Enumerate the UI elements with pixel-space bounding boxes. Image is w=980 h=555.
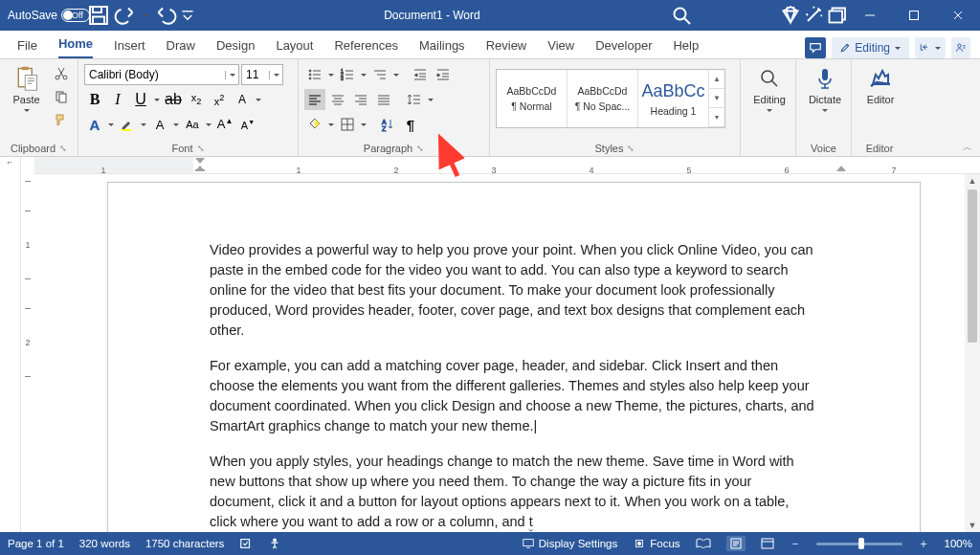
align-right-icon[interactable] — [350, 89, 371, 110]
tab-design[interactable]: Design — [216, 33, 255, 58]
tab-home[interactable]: Home — [58, 31, 93, 58]
horizontal-ruler[interactable]: 1 1 2 3 4 5 6 7 — [34, 157, 980, 174]
paste-button[interactable]: Paste — [6, 63, 47, 113]
multilevel-dropdown[interactable] — [392, 71, 400, 79]
zoom-slider[interactable] — [816, 543, 902, 545]
align-left-icon[interactable] — [304, 89, 325, 110]
status-words[interactable]: 320 words — [79, 538, 130, 549]
tab-view[interactable]: View — [547, 33, 574, 58]
editing-mode-button[interactable]: Editing — [832, 37, 909, 58]
read-mode-icon[interactable] — [696, 538, 711, 549]
tab-file[interactable]: File — [17, 33, 37, 58]
spelling-squiggle[interactable]: t — [529, 514, 533, 529]
accessibility-check-icon[interactable] — [268, 537, 281, 550]
paragraph-1[interactable]: Video provides a powerful way to help yo… — [210, 240, 818, 341]
editing-dropdown-button[interactable]: Editing — [746, 63, 792, 113]
tab-references[interactable]: References — [334, 33, 397, 58]
line-spacing-icon[interactable] — [404, 89, 425, 110]
close-button[interactable] — [936, 0, 980, 31]
underline-dropdown[interactable] — [153, 96, 161, 104]
clipboard-launcher-icon[interactable]: ⤡ — [59, 144, 67, 153]
styles-scroll-up-icon[interactable]: ▲ — [709, 70, 724, 89]
cut-icon[interactable] — [51, 63, 72, 84]
tab-layout[interactable]: Layout — [276, 33, 313, 58]
bullets-dropdown[interactable] — [327, 71, 335, 79]
scroll-up-icon[interactable]: ▲ — [969, 174, 977, 188]
maximize-button[interactable] — [892, 0, 936, 31]
numbering-dropdown[interactable] — [360, 71, 368, 79]
italic-icon[interactable]: I — [107, 89, 128, 110]
shading-icon[interactable] — [304, 114, 325, 135]
multilevel-list-icon[interactable] — [369, 64, 390, 85]
styles-scroll-down-icon[interactable]: ▼ — [709, 89, 724, 108]
first-line-indent-icon[interactable] — [195, 158, 205, 166]
highlight-icon[interactable] — [117, 114, 138, 135]
scroll-down-icon[interactable]: ▼ — [969, 519, 977, 532]
collapse-ribbon-icon[interactable]: ︿ — [963, 141, 972, 154]
clear-format-dropdown[interactable] — [255, 96, 262, 104]
comments-button[interactable] — [805, 37, 826, 58]
search-icon[interactable] — [670, 4, 693, 27]
dictate-button[interactable]: Dictate — [802, 63, 848, 113]
styles-expand-icon[interactable]: ▾ — [709, 108, 724, 127]
vertical-ruler-toggle[interactable]: ⌐ — [0, 157, 21, 532]
grow-font-icon[interactable]: A▲ — [214, 114, 235, 135]
show-hide-icon[interactable]: ¶ — [400, 114, 421, 135]
shrink-font-icon[interactable]: A▼ — [237, 114, 258, 135]
status-page[interactable]: Page 1 of 1 — [8, 538, 64, 549]
style-heading-1[interactable]: AaBbCcHeading 1 — [638, 70, 709, 127]
right-indent-icon[interactable] — [836, 158, 846, 166]
superscript-icon[interactable]: x2 — [209, 89, 230, 110]
spell-check-icon[interactable] — [239, 537, 253, 550]
align-center-icon[interactable] — [327, 89, 348, 110]
style-normal[interactable]: AaBbCcDd¶ Normal — [497, 70, 568, 127]
shading-dropdown[interactable] — [327, 121, 335, 129]
text-effects-icon[interactable]: A — [84, 114, 105, 135]
tab-help[interactable]: Help — [673, 33, 699, 58]
underline-icon[interactable]: U — [130, 89, 151, 110]
change-case-icon[interactable]: A — [232, 89, 253, 110]
focus-button[interactable]: Focus — [633, 537, 679, 550]
style-no-spacing[interactable]: AaBbCcDd¶ No Spac... — [568, 70, 638, 127]
autosave-toggle[interactable]: AutoSave Off — [8, 9, 83, 22]
font-name-combo[interactable]: Calibri (Body) — [84, 64, 239, 85]
font-color-dropdown[interactable] — [172, 121, 180, 129]
window-restore-icon[interactable] — [825, 4, 848, 27]
text-effects-dropdown[interactable] — [107, 121, 115, 129]
paragraph-launcher-icon[interactable]: ⤡ — [416, 144, 424, 153]
redo-icon[interactable] — [154, 4, 177, 27]
tab-insert[interactable]: Insert — [114, 33, 145, 58]
copy-icon[interactable] — [51, 86, 72, 107]
format-painter-icon[interactable] — [51, 109, 72, 130]
char-spacing-dropdown[interactable] — [205, 121, 212, 129]
font-color-icon[interactable]: A — [149, 114, 170, 135]
line-spacing-dropdown[interactable] — [427, 96, 434, 104]
highlight-dropdown[interactable] — [140, 121, 147, 129]
subscript-icon[interactable]: x2 — [186, 89, 207, 110]
strikethrough-icon[interactable]: ab — [163, 89, 184, 110]
print-layout-icon[interactable] — [726, 536, 746, 551]
document-page[interactable]: Video provides a powerful way to help yo… — [107, 182, 921, 532]
font-size-combo[interactable]: 11 — [241, 64, 283, 85]
styles-gallery[interactable]: AaBbCcDd¶ Normal AaBbCcDd¶ No Spac... Aa… — [496, 69, 725, 128]
borders-icon[interactable] — [337, 114, 358, 135]
account-icon[interactable] — [951, 37, 970, 58]
wand-icon[interactable] — [802, 4, 825, 27]
character-spacing-icon[interactable]: Aa — [182, 114, 203, 135]
save-icon[interactable] — [87, 4, 110, 27]
paragraph-2[interactable]: For example, you can add a matching cove… — [210, 356, 818, 436]
borders-dropdown[interactable] — [360, 121, 368, 129]
display-settings-button[interactable]: Display Settings — [522, 537, 617, 550]
status-characters[interactable]: 1750 characters — [145, 538, 224, 549]
editor-button[interactable]: Editor — [858, 63, 903, 105]
increase-indent-icon[interactable] — [433, 64, 454, 85]
paragraph-3[interactable]: When you apply styles, your headings cha… — [210, 452, 818, 532]
share-button[interactable] — [915, 37, 946, 58]
bold-icon[interactable]: B — [84, 89, 105, 110]
qat-more-icon[interactable] — [181, 4, 194, 27]
justify-icon[interactable] — [373, 89, 394, 110]
font-launcher-icon[interactable]: ⤡ — [197, 144, 205, 153]
numbering-icon[interactable]: 123 — [337, 64, 358, 85]
diamond-icon[interactable] — [779, 4, 802, 27]
minimize-button[interactable] — [848, 0, 892, 31]
